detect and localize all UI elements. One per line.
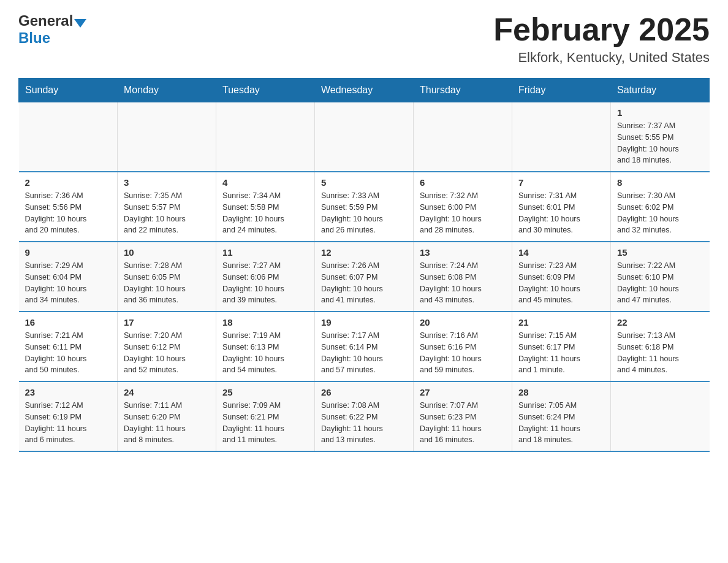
day-info: Sunrise: 7:07 AM Sunset: 6:23 PM Dayligh…: [420, 400, 506, 446]
page-header: General Blue February 2025 Elkfork, Kent…: [18, 12, 710, 66]
calendar-week-row: 1Sunrise: 7:37 AM Sunset: 5:55 PM Daylig…: [19, 102, 710, 172]
day-info: Sunrise: 7:13 AM Sunset: 6:18 PM Dayligh…: [617, 330, 703, 376]
day-info: Sunrise: 7:24 AM Sunset: 6:08 PM Dayligh…: [420, 260, 506, 306]
calendar-cell: 2Sunrise: 7:36 AM Sunset: 5:56 PM Daylig…: [19, 172, 118, 242]
day-number: 22: [617, 317, 703, 327]
calendar-cell: 24Sunrise: 7:11 AM Sunset: 6:20 PM Dayli…: [118, 381, 216, 451]
calendar-week-row: 9Sunrise: 7:29 AM Sunset: 6:04 PM Daylig…: [19, 242, 710, 312]
calendar-cell: 26Sunrise: 7:08 AM Sunset: 6:22 PM Dayli…: [315, 381, 414, 451]
header-cell-friday: Friday: [512, 79, 611, 102]
day-info: Sunrise: 7:23 AM Sunset: 6:09 PM Dayligh…: [518, 260, 604, 306]
logo-general-text: General: [18, 12, 73, 29]
day-info: Sunrise: 7:08 AM Sunset: 6:22 PM Dayligh…: [321, 400, 407, 446]
header-cell-monday: Monday: [118, 79, 216, 102]
calendar-cell: 13Sunrise: 7:24 AM Sunset: 6:08 PM Dayli…: [414, 242, 512, 312]
calendar-cell: 9Sunrise: 7:29 AM Sunset: 6:04 PM Daylig…: [19, 242, 118, 312]
day-number: 19: [321, 317, 407, 327]
calendar-cell: 12Sunrise: 7:26 AM Sunset: 6:07 PM Dayli…: [315, 242, 414, 312]
day-info: Sunrise: 7:20 AM Sunset: 6:12 PM Dayligh…: [124, 330, 210, 376]
day-number: 26: [321, 387, 407, 397]
header-cell-sunday: Sunday: [19, 79, 118, 102]
day-number: 9: [25, 247, 112, 258]
calendar-cell: 21Sunrise: 7:15 AM Sunset: 6:17 PM Dayli…: [512, 312, 611, 381]
calendar-cell: [19, 102, 118, 172]
day-number: 16: [25, 317, 112, 327]
calendar-cell: 18Sunrise: 7:19 AM Sunset: 6:13 PM Dayli…: [216, 312, 315, 381]
calendar-cell: 25Sunrise: 7:09 AM Sunset: 6:21 PM Dayli…: [216, 381, 315, 451]
day-info: Sunrise: 7:31 AM Sunset: 6:01 PM Dayligh…: [518, 190, 604, 236]
calendar-cell: [315, 102, 414, 172]
calendar-cell: 15Sunrise: 7:22 AM Sunset: 6:10 PM Dayli…: [611, 242, 710, 312]
calendar-cell: [118, 102, 216, 172]
day-info: Sunrise: 7:36 AM Sunset: 5:56 PM Dayligh…: [25, 190, 112, 236]
calendar-cell: 28Sunrise: 7:05 AM Sunset: 6:24 PM Dayli…: [512, 381, 611, 451]
calendar-header-row: SundayMondayTuesdayWednesdayThursdayFrid…: [19, 79, 710, 102]
calendar-cell: 16Sunrise: 7:21 AM Sunset: 6:11 PM Dayli…: [19, 312, 118, 381]
calendar-cell: 27Sunrise: 7:07 AM Sunset: 6:23 PM Dayli…: [414, 381, 512, 451]
day-number: 11: [222, 247, 308, 258]
day-info: Sunrise: 7:33 AM Sunset: 5:59 PM Dayligh…: [321, 190, 407, 236]
month-title: February 2025: [493, 12, 710, 47]
day-info: Sunrise: 7:37 AM Sunset: 5:55 PM Dayligh…: [617, 120, 703, 166]
day-info: Sunrise: 7:21 AM Sunset: 6:11 PM Dayligh…: [25, 330, 112, 376]
day-number: 12: [321, 247, 407, 258]
header-cell-wednesday: Wednesday: [315, 79, 414, 102]
location: Elkfork, Kentucky, United States: [493, 50, 710, 66]
day-info: Sunrise: 7:15 AM Sunset: 6:17 PM Dayligh…: [518, 330, 604, 376]
day-info: Sunrise: 7:28 AM Sunset: 6:05 PM Dayligh…: [124, 260, 210, 306]
calendar-cell: 8Sunrise: 7:30 AM Sunset: 6:02 PM Daylig…: [611, 172, 710, 242]
day-number: 25: [222, 387, 308, 397]
day-number: 7: [518, 177, 604, 188]
calendar-week-row: 16Sunrise: 7:21 AM Sunset: 6:11 PM Dayli…: [19, 312, 710, 381]
calendar-cell: [512, 102, 611, 172]
day-number: 24: [124, 387, 210, 397]
logo-blue-text: Blue: [18, 29, 50, 47]
day-number: 21: [518, 317, 604, 327]
day-number: 27: [420, 387, 506, 397]
day-info: Sunrise: 7:35 AM Sunset: 5:57 PM Dayligh…: [124, 190, 210, 236]
day-number: 8: [617, 177, 703, 188]
calendar-week-row: 23Sunrise: 7:12 AM Sunset: 6:19 PM Dayli…: [19, 381, 710, 451]
day-info: Sunrise: 7:16 AM Sunset: 6:16 PM Dayligh…: [420, 330, 506, 376]
calendar-cell: 10Sunrise: 7:28 AM Sunset: 6:05 PM Dayli…: [118, 242, 216, 312]
calendar-cell: 11Sunrise: 7:27 AM Sunset: 6:06 PM Dayli…: [216, 242, 315, 312]
day-info: Sunrise: 7:09 AM Sunset: 6:21 PM Dayligh…: [222, 400, 308, 446]
day-number: 20: [420, 317, 506, 327]
day-info: Sunrise: 7:05 AM Sunset: 6:24 PM Dayligh…: [518, 400, 604, 446]
day-info: Sunrise: 7:11 AM Sunset: 6:20 PM Dayligh…: [124, 400, 210, 446]
day-number: 18: [222, 317, 308, 327]
day-number: 17: [124, 317, 210, 327]
day-info: Sunrise: 7:30 AM Sunset: 6:02 PM Dayligh…: [617, 190, 703, 236]
day-number: 1: [617, 107, 703, 118]
day-number: 2: [25, 177, 112, 188]
calendar-cell: 3Sunrise: 7:35 AM Sunset: 5:57 PM Daylig…: [118, 172, 216, 242]
day-number: 10: [124, 247, 210, 258]
calendar-cell: [414, 102, 512, 172]
day-number: 13: [420, 247, 506, 258]
header-cell-tuesday: Tuesday: [216, 79, 315, 102]
calendar-cell: 20Sunrise: 7:16 AM Sunset: 6:16 PM Dayli…: [414, 312, 512, 381]
day-number: 23: [25, 387, 112, 397]
day-info: Sunrise: 7:29 AM Sunset: 6:04 PM Dayligh…: [25, 260, 112, 306]
day-number: 4: [222, 177, 308, 188]
calendar-cell: [216, 102, 315, 172]
day-info: Sunrise: 7:32 AM Sunset: 6:00 PM Dayligh…: [420, 190, 506, 236]
day-info: Sunrise: 7:17 AM Sunset: 6:14 PM Dayligh…: [321, 330, 407, 376]
day-number: 6: [420, 177, 506, 188]
day-info: Sunrise: 7:27 AM Sunset: 6:06 PM Dayligh…: [222, 260, 308, 306]
calendar-cell: 1Sunrise: 7:37 AM Sunset: 5:55 PM Daylig…: [611, 102, 710, 172]
calendar-cell: 6Sunrise: 7:32 AM Sunset: 6:00 PM Daylig…: [414, 172, 512, 242]
calendar-table: SundayMondayTuesdayWednesdayThursdayFrid…: [18, 78, 710, 452]
logo-triangle-icon: [74, 19, 86, 28]
calendar-cell: [611, 381, 710, 451]
day-number: 3: [124, 177, 210, 188]
day-info: Sunrise: 7:12 AM Sunset: 6:19 PM Dayligh…: [25, 400, 112, 446]
day-info: Sunrise: 7:19 AM Sunset: 6:13 PM Dayligh…: [222, 330, 308, 376]
day-number: 15: [617, 247, 703, 258]
calendar-cell: 5Sunrise: 7:33 AM Sunset: 5:59 PM Daylig…: [315, 172, 414, 242]
calendar-cell: 7Sunrise: 7:31 AM Sunset: 6:01 PM Daylig…: [512, 172, 611, 242]
calendar-cell: 19Sunrise: 7:17 AM Sunset: 6:14 PM Dayli…: [315, 312, 414, 381]
title-block: February 2025 Elkfork, Kentucky, United …: [493, 12, 710, 66]
calendar-cell: 22Sunrise: 7:13 AM Sunset: 6:18 PM Dayli…: [611, 312, 710, 381]
calendar-cell: 23Sunrise: 7:12 AM Sunset: 6:19 PM Dayli…: [19, 381, 118, 451]
